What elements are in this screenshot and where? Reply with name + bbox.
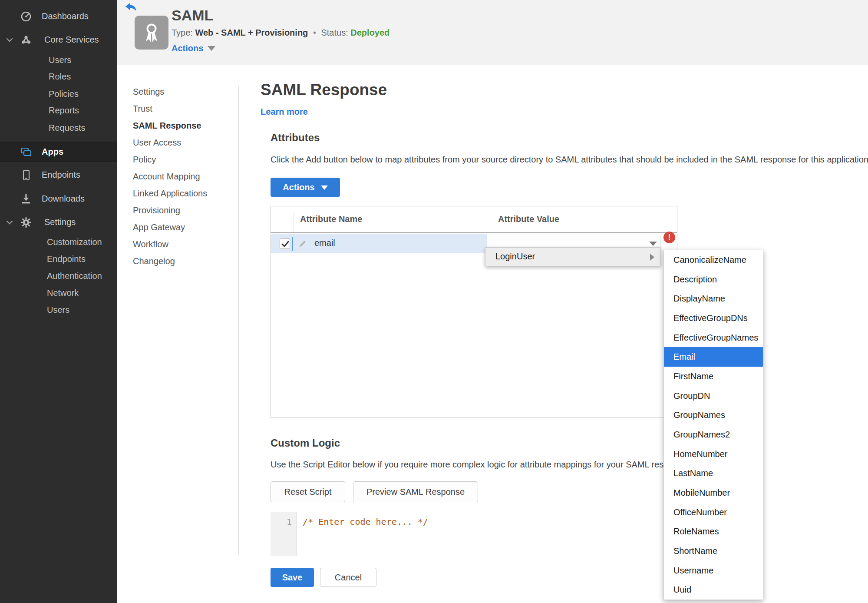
page-title: SAML <box>172 7 213 24</box>
type-value: Web - SAML + Provisioning <box>195 28 308 37</box>
gear-icon <box>20 217 32 228</box>
status-badge: Deployed <box>350 28 389 37</box>
sidebar-item-policies[interactable]: Policies <box>0 86 117 103</box>
attributes-description: Click the Add button below to map attrib… <box>271 155 868 165</box>
submenu-item-displayname[interactable]: DisplayName <box>664 289 763 308</box>
tab-linked-applications[interactable]: Linked Applications <box>133 185 231 202</box>
submenu-item-groupnames[interactable]: GroupNames <box>664 405 763 425</box>
download-icon <box>20 193 32 205</box>
actions-button-label: Actions <box>283 182 314 192</box>
sidebar-item-users[interactable]: Users <box>0 52 117 69</box>
preview-saml-response-button[interactable]: Preview SAML Response <box>353 481 478 502</box>
header-actions-menu[interactable]: Actions <box>172 43 215 53</box>
back-arrow-icon[interactable] <box>125 3 137 13</box>
tab-account-mapping[interactable]: Account Mapping <box>133 168 231 185</box>
error-icon: ! <box>663 232 675 243</box>
submenu-item-officenumber[interactable]: OfficeNumber <box>664 503 763 522</box>
primary-sidebar: Dashboards Core Services Users Roles Pol… <box>0 0 117 603</box>
sidebar-item-reports[interactable]: Reports <box>0 102 117 119</box>
tab-user-access[interactable]: User Access <box>133 134 231 151</box>
reset-script-button[interactable]: Reset Script <box>271 481 345 502</box>
tab-app-gateway[interactable]: App Gateway <box>133 219 231 236</box>
app-window: Dashboards Core Services Users Roles Pol… <box>0 0 868 603</box>
tab-workflow[interactable]: Workflow <box>133 236 231 253</box>
sidebar-item-settings[interactable]: Settings <box>0 214 117 231</box>
cell-cursor <box>292 237 293 251</box>
status-label: Status: <box>321 28 348 37</box>
submenu-item-mobilenumber[interactable]: MobileNumber <box>664 483 763 503</box>
submenu-item-rolenames[interactable]: RoleNames <box>664 522 763 541</box>
sidebar-item-dashboards[interactable]: Dashboards <box>0 8 117 25</box>
editor-gutter: 1 <box>271 512 297 556</box>
sidebar-item-customization[interactable]: Customization <box>0 234 117 251</box>
attributes-actions-button[interactable]: Actions <box>271 178 340 197</box>
sidebar-item-label: Reports <box>49 106 79 116</box>
learn-more-link[interactable]: Learn more <box>261 107 308 117</box>
sidebar-item-endpoints-settings[interactable]: Endpoints <box>0 251 117 268</box>
edit-pencil-icon[interactable] <box>298 239 307 248</box>
app-header: SAML Type: Web - SAML + Provisioning • S… <box>117 0 868 65</box>
submenu-arrow-icon <box>650 254 654 261</box>
sidebar-item-label: Core Services <box>44 35 99 45</box>
chevron-down-icon <box>6 36 13 44</box>
sidebar-item-label: Network <box>47 288 79 298</box>
sidebar-item-endpoints[interactable]: Endpoints <box>0 166 117 184</box>
custom-logic-heading: Custom Logic <box>271 437 340 449</box>
tab-saml-response[interactable]: SAML Response <box>133 117 231 134</box>
attributes-heading: Attributes <box>271 132 320 144</box>
custom-logic-description: Use the Script Editor below if you requi… <box>271 460 690 470</box>
sidebar-item-label: Users <box>47 305 69 315</box>
attribute-value-dropdown-item-loginuser[interactable]: LoginUser <box>485 247 661 266</box>
chevron-down-icon <box>6 219 13 227</box>
sidebar-item-users-settings[interactable]: Users <box>0 302 117 319</box>
sidebar-item-apps[interactable]: Apps <box>0 142 117 162</box>
attributes-table: Attribute Name Attribute Value email ! <box>271 206 677 418</box>
sidebar-item-label: Endpoints <box>47 254 86 264</box>
sidebar-item-downloads[interactable]: Downloads <box>0 190 117 208</box>
sidebar-item-roles[interactable]: Roles <box>0 68 117 86</box>
tab-trust[interactable]: Trust <box>133 100 231 117</box>
tab-provisioning[interactable]: Provisioning <box>133 202 231 219</box>
row-checkbox[interactable] <box>280 239 290 249</box>
submenu-item-groupnames2[interactable]: GroupNames2 <box>664 425 763 444</box>
tab-policy[interactable]: Policy <box>133 151 231 168</box>
submenu-item-homenumber[interactable]: HomeNumber <box>664 444 763 464</box>
submenu-item-firstname[interactable]: FirstName <box>664 367 763 386</box>
submenu-item-canonicalizename[interactable]: CanonicalizeName <box>664 250 763 270</box>
column-header-attribute-name: Attribute Name <box>300 214 362 224</box>
editor-code-line[interactable]: /* Enter code here... */ <box>303 517 428 527</box>
line-number: 1 <box>287 517 292 527</box>
sidebar-item-label: Policies <box>49 89 79 99</box>
sidebar-item-label: Apps <box>42 147 63 157</box>
submenu-item-shortname[interactable]: ShortName <box>664 541 763 561</box>
submenu-item-email[interactable]: Email <box>664 347 763 367</box>
tab-changelog[interactable]: Changelog <box>133 253 231 270</box>
sidebar-item-label: Roles <box>49 72 71 82</box>
submenu-item-groupdn[interactable]: GroupDN <box>664 386 763 406</box>
submenu-item-username[interactable]: Username <box>664 561 763 580</box>
separator-dot: • <box>310 28 319 37</box>
sidebar-item-label: Authentication <box>47 271 102 281</box>
sidebar-item-label: Downloads <box>42 194 85 204</box>
app-meta: Type: Web - SAML + Provisioning • Status… <box>172 28 389 38</box>
ribbon-badge-icon <box>135 16 168 50</box>
sidebar-item-label: Settings <box>44 217 76 227</box>
type-label: Type: <box>172 28 193 37</box>
chevron-down-icon <box>208 46 215 51</box>
submenu-item-effectivegroupdns[interactable]: EffectiveGroupDNs <box>664 308 763 328</box>
submenu-item-lastname[interactable]: LastName <box>664 464 763 483</box>
save-button[interactable]: Save <box>271 568 314 587</box>
sidebar-item-core-services[interactable]: Core Services <box>0 31 117 49</box>
section-title: SAML Response <box>261 81 387 99</box>
sidebar-item-authentication[interactable]: Authentication <box>0 268 117 285</box>
sidebar-item-network[interactable]: Network <box>0 285 117 302</box>
cancel-button[interactable]: Cancel <box>320 568 376 587</box>
gauge-icon <box>20 11 32 22</box>
submenu-item-effectivegroupnames[interactable]: EffectiveGroupNames <box>664 328 763 348</box>
apps-icon <box>20 146 32 158</box>
dropdown-caret-icon[interactable] <box>649 242 657 246</box>
sidebar-item-requests[interactable]: Requests <box>0 119 117 137</box>
tab-settings[interactable]: Settings <box>133 83 231 100</box>
submenu-item-description[interactable]: Description <box>664 270 763 289</box>
submenu-item-uuid[interactable]: Uuid <box>664 580 763 600</box>
